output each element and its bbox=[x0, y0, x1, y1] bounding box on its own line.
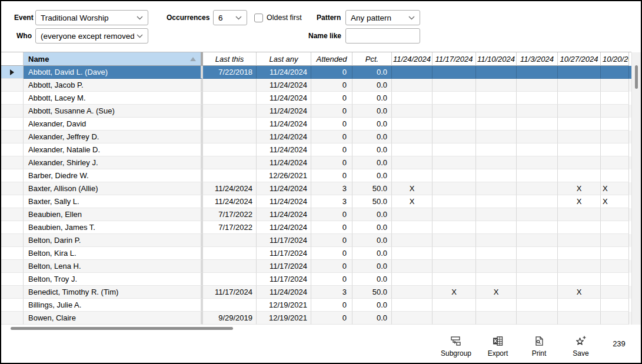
column-header-date-6[interactable]: 10/20/2024 bbox=[601, 52, 629, 66]
column-header-date-5[interactable]: 10/27/2024 bbox=[558, 52, 601, 66]
row-selector[interactable] bbox=[1, 208, 24, 221]
table-row[interactable]: Billings, Julie A.12/19/202100.0 bbox=[1, 299, 631, 312]
table-row[interactable]: Belton, Kira L.11/17/202400.0 bbox=[1, 247, 631, 260]
table-row[interactable]: Belton, Troy J.11/17/202400.0 bbox=[1, 273, 631, 286]
cell-attendance-mark bbox=[517, 169, 558, 182]
name-like-input[interactable] bbox=[345, 28, 420, 44]
cell-last-any: 11/24/2024 bbox=[257, 118, 311, 131]
table-row[interactable]: Abbott, David L. (Dave)7/22/201811/24/20… bbox=[1, 66, 631, 79]
column-header-date-2[interactable]: 11/17/2024 bbox=[433, 52, 476, 66]
cell-attendance-mark bbox=[433, 247, 476, 260]
cell-attendance-mark bbox=[558, 105, 601, 118]
print-button-label: Print bbox=[532, 349, 547, 358]
name-like-label: Name like bbox=[308, 28, 341, 44]
row-selector[interactable] bbox=[1, 247, 24, 260]
occurrences-dropdown[interactable]: 6 bbox=[213, 10, 247, 25]
row-selector[interactable] bbox=[1, 131, 24, 143]
row-selector[interactable] bbox=[1, 105, 24, 118]
table-row[interactable]: Baxter, Allison (Allie)11/24/202411/24/2… bbox=[1, 182, 631, 195]
column-header-last-this[interactable]: Last this bbox=[203, 52, 257, 66]
who-dropdown-value: (everyone except removed) bbox=[41, 32, 134, 41]
column-header-date-3[interactable]: 11/10/2024 bbox=[476, 52, 517, 66]
row-selector[interactable] bbox=[1, 118, 24, 131]
table-row[interactable]: Alexander, David11/24/202400.0 bbox=[1, 118, 631, 131]
cell-last-any: 11/24/2024 bbox=[257, 221, 311, 234]
column-header-date-4[interactable]: 11/3/2024 bbox=[517, 52, 558, 66]
table-row[interactable]: Abbott, Lacey M.11/24/202400.0 bbox=[1, 92, 631, 105]
vertical-scrollbar-thumb[interactable] bbox=[635, 65, 638, 89]
vertical-scrollbar[interactable] bbox=[631, 52, 641, 325]
event-dropdown[interactable]: Traditional Worship bbox=[35, 10, 148, 25]
horizontal-scrollbar[interactable] bbox=[1, 326, 631, 332]
column-header-pct[interactable]: Pct. bbox=[352, 52, 392, 66]
horizontal-scrollbar-thumb[interactable] bbox=[11, 327, 233, 330]
cell-attendance-mark bbox=[517, 234, 558, 247]
table-row[interactable]: Beaubien, James T.7/17/202211/24/202400.… bbox=[1, 221, 631, 234]
table-row[interactable]: Abbott, Jacob P.11/24/202400.0 bbox=[1, 79, 631, 92]
cell-attendance-mark bbox=[476, 79, 517, 92]
table-row[interactable]: Abbott, Susanne A. (Sue)11/24/202400.0 bbox=[1, 105, 631, 118]
column-header-attended[interactable]: Attended bbox=[311, 52, 352, 66]
pattern-dropdown[interactable]: Any pattern bbox=[345, 10, 420, 25]
table-row[interactable]: Bowen, Claire9/29/201912/19/202100.0 bbox=[1, 312, 631, 325]
row-selector[interactable] bbox=[1, 143, 24, 156]
cell-attended: 3 bbox=[311, 195, 352, 208]
cell-last-this bbox=[203, 156, 257, 169]
row-selector[interactable] bbox=[1, 273, 24, 286]
row-selector[interactable] bbox=[1, 312, 24, 325]
cell-last-any: 12/26/2021 bbox=[257, 169, 311, 182]
print-button[interactable]: Print bbox=[520, 334, 558, 362]
row-selector[interactable] bbox=[1, 286, 24, 299]
current-row-indicator[interactable] bbox=[1, 66, 24, 79]
cell-attendance-mark bbox=[476, 234, 517, 247]
column-header-name[interactable]: Name bbox=[24, 52, 203, 66]
table-row[interactable]: Baxter, Sally L.11/24/202411/24/2024350.… bbox=[1, 195, 631, 208]
table-row[interactable]: Belton, Lena H.11/17/202400.0 bbox=[1, 260, 631, 273]
chevron-down-icon bbox=[137, 34, 143, 38]
cell-attendance-mark bbox=[433, 92, 476, 105]
column-header-last-any[interactable]: Last any bbox=[257, 52, 311, 66]
who-dropdown[interactable]: (everyone except removed) bbox=[35, 28, 148, 44]
table-row[interactable]: Alexander, Natalie D.11/24/202400.0 bbox=[1, 143, 631, 156]
print-preview-icon bbox=[533, 334, 545, 347]
cell-last-any: 11/24/2024 bbox=[257, 92, 311, 105]
cell-attendance-mark bbox=[476, 195, 517, 208]
row-selector[interactable] bbox=[1, 156, 24, 169]
row-selector[interactable] bbox=[1, 260, 24, 273]
row-selector[interactable] bbox=[1, 182, 24, 195]
save-star-icon bbox=[574, 334, 587, 347]
cell-attendance-mark bbox=[601, 221, 629, 234]
row-selector[interactable] bbox=[1, 221, 24, 234]
save-button[interactable]: Save bbox=[561, 334, 600, 362]
cell-attended: 0 bbox=[311, 247, 352, 260]
cell-last-this: 7/22/2018 bbox=[203, 66, 257, 79]
table-row[interactable]: Barber, Diedre W.12/26/202100.0 bbox=[1, 169, 631, 182]
save-button-label: Save bbox=[573, 349, 588, 358]
column-header-date-1[interactable]: 11/24/2024 bbox=[392, 52, 433, 66]
cell-attendance-mark bbox=[476, 312, 517, 325]
table-row[interactable]: Beaubien, Ellen7/17/202211/24/202400.0 bbox=[1, 208, 631, 221]
event-dropdown-value: Traditional Worship bbox=[41, 14, 134, 22]
sort-ascending-icon bbox=[190, 57, 196, 61]
oldest-first-checkbox[interactable] bbox=[254, 14, 263, 22]
table-row[interactable]: Alexander, Shirley J.11/24/202400.0 bbox=[1, 156, 631, 169]
row-selector[interactable] bbox=[1, 234, 24, 247]
cell-attended: 3 bbox=[311, 286, 352, 299]
row-selector[interactable] bbox=[1, 92, 24, 105]
export-button[interactable]: Export bbox=[478, 334, 517, 362]
subgroup-button[interactable]: Subgroup bbox=[437, 334, 475, 362]
cell-attendance-mark bbox=[517, 195, 558, 208]
cell-last-this bbox=[203, 105, 257, 118]
cell-name: Belton, Troy J. bbox=[24, 273, 203, 286]
cell-attended: 0 bbox=[311, 299, 352, 312]
table-row[interactable]: Belton, Darin P.11/17/202400.0 bbox=[1, 234, 631, 247]
cell-attendance-mark bbox=[558, 247, 601, 260]
table-row[interactable]: Benedict, Timothy R. (Tim)11/17/202411/2… bbox=[1, 286, 631, 299]
cell-attendance-mark bbox=[517, 92, 558, 105]
row-selector[interactable] bbox=[1, 79, 24, 92]
row-selector[interactable] bbox=[1, 299, 24, 312]
row-selector[interactable] bbox=[1, 195, 24, 208]
table-row[interactable]: Alexander, Jeffrey D.11/24/202400.0 bbox=[1, 131, 631, 143]
row-selector[interactable] bbox=[1, 169, 24, 182]
cell-attendance-mark bbox=[392, 286, 433, 299]
